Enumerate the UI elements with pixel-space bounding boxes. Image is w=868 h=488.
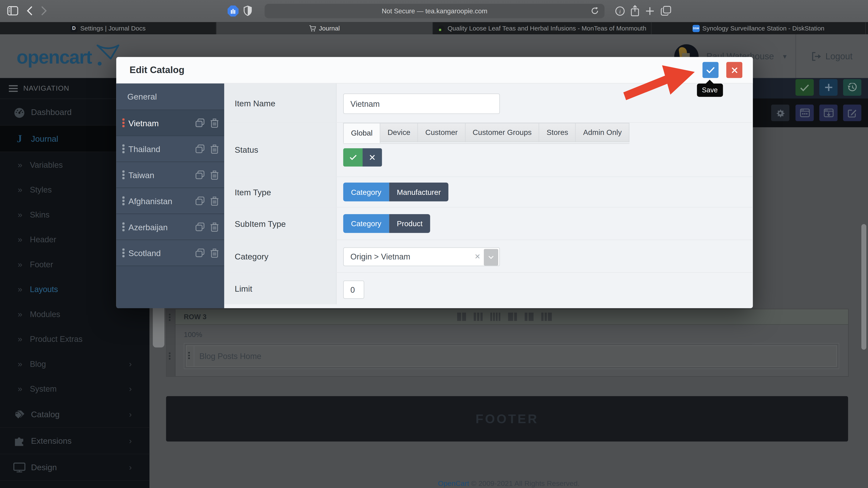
content-blocker-icon[interactable] xyxy=(227,5,239,17)
duplicate-icon[interactable] xyxy=(195,144,205,153)
sidebar-item-system[interactable]: » System › xyxy=(0,376,149,401)
shield-icon[interactable] xyxy=(244,5,252,16)
opencart-logo[interactable]: opencart xyxy=(17,44,120,66)
list-item-taiwan[interactable]: Taiwan xyxy=(116,162,224,188)
drag-handle-icon[interactable] xyxy=(122,144,124,153)
settings-gear-button[interactable] xyxy=(771,105,789,121)
list-item-general[interactable]: General xyxy=(116,84,224,110)
drag-handle-icon[interactable] xyxy=(122,249,124,257)
limit-input[interactable]: 0 xyxy=(343,281,364,299)
module-drag-handle[interactable] xyxy=(186,346,194,366)
sidebar-item-blog[interactable]: » Blog › xyxy=(0,351,149,377)
modal-close-button[interactable] xyxy=(726,62,742,78)
svg-text:i: i xyxy=(619,8,621,14)
duplicate-icon[interactable] xyxy=(195,222,205,231)
forward-icon[interactable] xyxy=(41,6,47,15)
hamburger-icon[interactable] xyxy=(9,83,18,93)
add-page-button[interactable] xyxy=(819,79,837,96)
tab-favicon-icon xyxy=(438,25,445,32)
trash-icon[interactable] xyxy=(211,118,219,128)
sidebar-item-extensions[interactable]: Extensions › xyxy=(0,428,149,454)
subitem-type-label: SubItem Type xyxy=(224,207,337,240)
list-item-vietnam[interactable]: Vietnam xyxy=(116,110,224,136)
list-item-azerbaijan[interactable]: Azerbaijan xyxy=(116,214,224,240)
browser-tab-3[interactable]: Quality Loose Leaf Teas and Herbal Infus… xyxy=(433,22,652,34)
trash-icon[interactable] xyxy=(211,196,219,205)
list-item-scotland[interactable]: Scotland xyxy=(116,240,224,266)
duplicate-icon[interactable] xyxy=(195,196,205,205)
tags-icon xyxy=(11,409,28,419)
window-import-button[interactable] xyxy=(819,105,837,121)
duplicate-icon[interactable] xyxy=(195,118,205,128)
chevrons-icon: » xyxy=(18,334,28,344)
item-type-label: Item Type xyxy=(224,177,337,207)
logout-button[interactable]: Logout xyxy=(804,51,860,61)
history-button[interactable] xyxy=(843,79,861,96)
reader-info-icon[interactable]: i xyxy=(615,6,625,16)
share-icon[interactable] xyxy=(630,5,639,17)
new-tab-icon[interactable] xyxy=(646,6,654,15)
row-drag-handle[interactable] xyxy=(166,309,176,376)
sidebar-item-product-extras[interactable]: » Product Extras › xyxy=(0,326,149,351)
item-type-segment: CategoryManufacturer xyxy=(343,183,448,201)
category-input[interactable]: Origin > Vietnam ✕ xyxy=(343,248,500,266)
trash-icon[interactable] xyxy=(211,222,219,231)
copyright: OpenCart © 2009-2021 All Rights Reserved… xyxy=(149,479,868,487)
status-tab-admin-only[interactable]: Admin Only xyxy=(576,123,629,142)
list-item-afghanistan[interactable]: Afghanistan xyxy=(116,188,224,214)
window-scrollbar[interactable] xyxy=(862,224,867,350)
window-modules-button[interactable] xyxy=(796,105,814,121)
sidebar-item-design[interactable]: Design › xyxy=(0,454,149,481)
subitem-type-option-product[interactable]: Product xyxy=(389,214,430,233)
item-type-option-manufacturer[interactable]: Manufacturer xyxy=(389,183,448,201)
chevrons-icon: » xyxy=(18,235,28,244)
drag-handle-icon[interactable] xyxy=(122,170,124,180)
subitem-type-segment: CategoryProduct xyxy=(343,214,430,233)
browser-tab-1[interactable]: D Settings | Journal Docs xyxy=(0,22,216,34)
chevron-right-icon: › xyxy=(129,359,132,368)
save-tooltip: Save xyxy=(697,84,723,97)
row-header[interactable]: ROW 3 xyxy=(176,309,848,325)
limit-label: Limit xyxy=(224,273,337,304)
item-type-option-category[interactable]: Category xyxy=(343,183,389,201)
screen: Not Secure — tea.kangaroopie.com i D Set… xyxy=(0,0,868,488)
back-icon[interactable] xyxy=(27,6,33,15)
sidebar-item-catalog[interactable]: Catalog › xyxy=(0,401,149,428)
status-tab-customer[interactable]: Customer xyxy=(418,123,465,142)
status-tab-global[interactable]: Global xyxy=(343,123,380,143)
drag-handle-icon[interactable] xyxy=(122,196,124,205)
status-tab-stores[interactable]: Stores xyxy=(539,123,576,142)
reload-icon[interactable] xyxy=(591,6,599,15)
modal-save-button[interactable] xyxy=(703,62,719,78)
footer-label: FOOTER xyxy=(475,411,538,426)
item-name-input[interactable]: Vietnam xyxy=(343,93,500,114)
address-bar[interactable]: Not Secure — tea.kangaroopie.com xyxy=(265,4,604,18)
drag-handle-icon[interactable] xyxy=(122,119,124,127)
category-dropdown-button[interactable] xyxy=(484,249,498,266)
column-layout-icons[interactable] xyxy=(457,313,552,321)
trash-icon[interactable] xyxy=(211,248,219,258)
status-disabled-button[interactable] xyxy=(363,148,382,166)
sidebar-toggle-icon[interactable] xyxy=(7,6,18,15)
status-tab-customer-groups[interactable]: Customer Groups xyxy=(465,123,539,142)
item-name-label: Item Name xyxy=(224,84,337,122)
module-item[interactable]: Blog Posts Home xyxy=(186,345,837,367)
clear-icon[interactable]: ✕ xyxy=(474,252,480,261)
browser-tab-2[interactable]: Journal xyxy=(216,22,433,34)
chevron-down-icon[interactable]: ▼ xyxy=(782,53,788,59)
status-enabled-button[interactable] xyxy=(343,148,363,166)
browser-tab-4[interactable]: DSM Synology Surveillance Station - Disk… xyxy=(652,22,866,34)
subitem-type-option-category[interactable]: Category xyxy=(343,214,389,233)
opencart-link[interactable]: OpenCart xyxy=(438,479,469,487)
chevrons-icon: » xyxy=(18,259,28,269)
drag-handle-icon[interactable] xyxy=(122,222,124,231)
list-item-thailand[interactable]: Thailand xyxy=(116,136,224,162)
status-tab-device[interactable]: Device xyxy=(380,123,418,142)
trash-icon[interactable] xyxy=(211,144,219,153)
save-page-button[interactable] xyxy=(796,79,814,96)
trash-icon[interactable] xyxy=(211,170,219,180)
tab-overview-icon[interactable] xyxy=(660,5,671,16)
edit-layout-button[interactable] xyxy=(843,105,861,121)
duplicate-icon[interactable] xyxy=(195,170,205,180)
duplicate-icon[interactable] xyxy=(195,248,205,258)
